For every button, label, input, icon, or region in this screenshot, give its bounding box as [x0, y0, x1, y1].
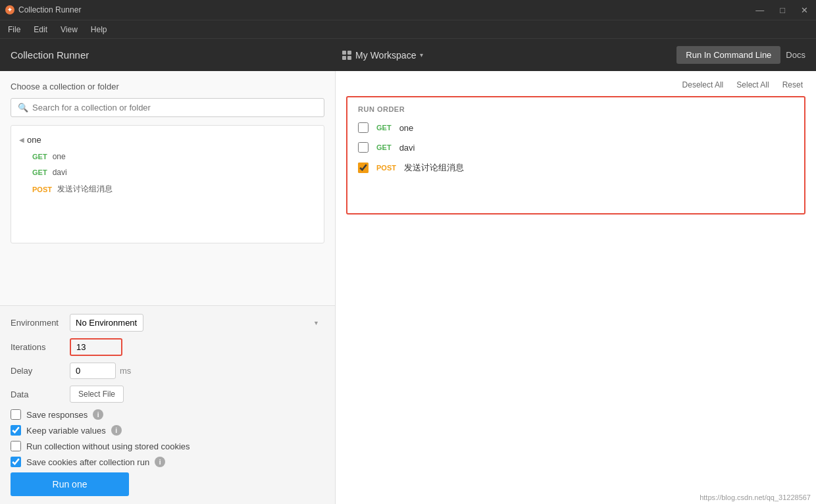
- save-cookies-row: Save cookies after collection run i: [11, 457, 324, 467]
- run-order-name-1: davi: [399, 143, 415, 153]
- save-cookies-label: Save cookies after collection run: [26, 457, 149, 467]
- run-order-header-row: Deselect All Select All Reset: [336, 71, 816, 96]
- run-order-title: RUN ORDER: [358, 105, 794, 113]
- iterations-box: [70, 338, 122, 356]
- maximize-button[interactable]: □: [777, 5, 788, 15]
- tree-item-2[interactable]: POST 发送讨论组消息: [11, 180, 324, 198]
- titlebar-title: Collection Runner: [18, 5, 81, 14]
- environment-row: Environment No Environment: [11, 314, 324, 332]
- save-responses-info-icon[interactable]: i: [93, 409, 103, 420]
- run-order-item-2: POST 发送讨论组消息: [358, 162, 794, 174]
- choose-label: Choose a collection or folder: [11, 82, 324, 91]
- item-name-2: 发送讨论组消息: [57, 184, 113, 195]
- workspace-label: My Workspace: [355, 50, 416, 61]
- delay-label: Delay: [11, 366, 70, 376]
- method-badge-post-2: POST: [32, 186, 52, 193]
- save-responses-label: Save responses: [26, 410, 88, 420]
- keep-variable-label: Keep variable values: [26, 426, 106, 436]
- iterations-row: Iterations: [11, 338, 324, 356]
- folder-name: one: [27, 135, 41, 145]
- main-layout: Choose a collection or folder 🔍 ◀ one GE…: [0, 71, 816, 504]
- item-name-0: one: [53, 152, 66, 161]
- select-all-button[interactable]: Select All: [734, 79, 771, 91]
- keep-variable-checkbox[interactable]: [11, 425, 21, 436]
- run-order-checkbox-2[interactable]: [358, 163, 369, 173]
- no-cookies-row: Run collection without using stored cook…: [11, 441, 324, 451]
- run-one-button[interactable]: Run one: [11, 472, 129, 496]
- menu-help[interactable]: Help: [86, 24, 113, 36]
- titlebar-left: ✦ Collection Runner: [5, 5, 81, 14]
- close-button[interactable]: ✕: [798, 5, 811, 15]
- search-box: 🔍: [11, 98, 324, 117]
- run-order-item-1: GET davi: [358, 142, 794, 153]
- method-badge-get-0: GET: [32, 153, 47, 161]
- no-cookies-label: Run collection without using stored cook…: [26, 441, 190, 451]
- data-row: Data Select File: [11, 386, 324, 403]
- menu-view[interactable]: View: [55, 24, 83, 36]
- workspace-selector[interactable]: My Workspace ▾: [342, 50, 423, 61]
- run-order-actions: Deselect All Select All Reset: [680, 79, 805, 91]
- folder-arrow-icon: ◀: [19, 136, 24, 143]
- environment-select-wrap: No Environment: [70, 314, 324, 332]
- tree-item-1[interactable]: GET davi: [11, 164, 324, 180]
- reset-button[interactable]: Reset: [780, 79, 805, 91]
- titlebar-controls: — □ ✕: [753, 5, 811, 15]
- header-title: Collection Runner: [11, 49, 89, 61]
- keep-variable-row: Keep variable values i: [11, 425, 324, 436]
- run-order-method-1: GET: [376, 143, 392, 151]
- item-name-1: davi: [53, 168, 67, 177]
- save-responses-checkbox[interactable]: [11, 409, 21, 420]
- workspace-chevron: ▾: [420, 51, 423, 59]
- left-panel: Choose a collection or folder 🔍 ◀ one GE…: [0, 71, 336, 504]
- save-responses-row: Save responses i: [11, 409, 324, 420]
- run-order-checkbox-1[interactable]: [358, 142, 369, 153]
- run-command-line-button[interactable]: Run In Command Line: [676, 46, 780, 64]
- run-order-name-0: one: [399, 123, 414, 133]
- keep-variable-info-icon[interactable]: i: [111, 425, 122, 436]
- collection-tree: ◀ one GET one GET davi POST 发送讨论组消息: [11, 125, 324, 243]
- run-order-checkbox-0[interactable]: [358, 122, 369, 133]
- save-cookies-checkbox[interactable]: [11, 457, 21, 467]
- no-cookies-checkbox[interactable]: [11, 441, 21, 451]
- delay-row: Delay ms: [11, 363, 324, 379]
- minimize-button[interactable]: —: [753, 5, 767, 15]
- deselect-all-button[interactable]: Deselect All: [680, 79, 727, 91]
- iterations-label: Iterations: [11, 342, 70, 352]
- menu-file[interactable]: File: [3, 24, 26, 36]
- search-icon: 🔍: [18, 103, 28, 113]
- tree-folder-one[interactable]: ◀ one: [11, 131, 324, 149]
- run-order-item-0: GET one: [358, 122, 794, 133]
- data-label: Data: [11, 390, 70, 399]
- docs-button[interactable]: Docs: [786, 50, 805, 60]
- right-panel: Deselect All Select All Reset RUN ORDER …: [336, 71, 816, 504]
- menubar: File Edit View Help: [0, 20, 816, 38]
- ms-label: ms: [120, 366, 131, 376]
- header: Collection Runner My Workspace ▾ Run In …: [0, 38, 816, 71]
- method-badge-get-1: GET: [32, 168, 47, 176]
- environment-select[interactable]: No Environment: [70, 314, 143, 332]
- environment-label: Environment: [11, 318, 70, 328]
- tree-item-0[interactable]: GET one: [11, 149, 324, 164]
- app-icon: ✦: [5, 5, 14, 14]
- header-right: Run In Command Line Docs: [676, 46, 805, 64]
- delay-input[interactable]: [70, 363, 116, 379]
- watermark: https://blog.csdn.net/qq_31228567: [700, 493, 811, 501]
- run-order-method-2: POST: [376, 164, 396, 172]
- workspace-icon: [342, 51, 351, 60]
- save-cookies-info-icon[interactable]: i: [155, 457, 165, 467]
- collection-area: Choose a collection or folder 🔍 ◀ one GE…: [0, 71, 335, 305]
- run-order-box: RUN ORDER GET one GET davi POST 发送讨论组消息: [346, 96, 805, 214]
- run-order-method-0: GET: [376, 124, 392, 132]
- run-order-name-2: 发送讨论组消息: [404, 162, 464, 174]
- select-file-button[interactable]: Select File: [70, 386, 124, 403]
- titlebar: ✦ Collection Runner — □ ✕: [0, 0, 816, 20]
- menu-edit[interactable]: Edit: [28, 24, 53, 36]
- config-area: Environment No Environment Iterations De…: [0, 305, 335, 504]
- iterations-input[interactable]: [76, 342, 116, 352]
- search-input[interactable]: [32, 103, 317, 113]
